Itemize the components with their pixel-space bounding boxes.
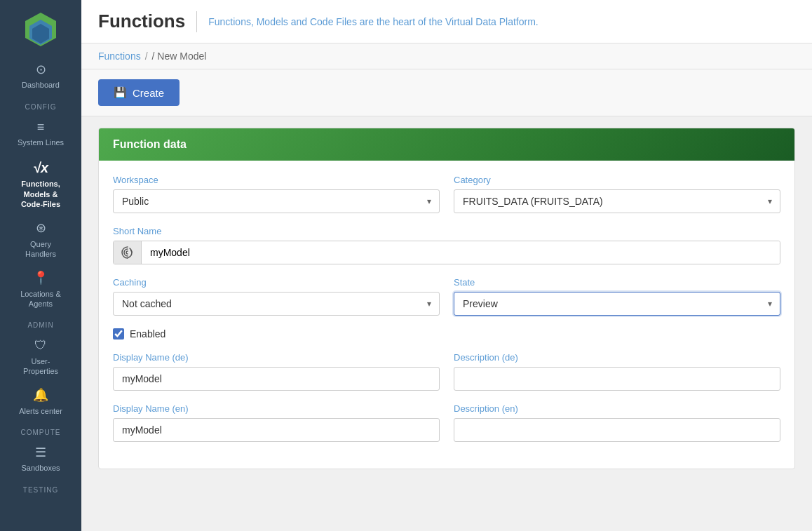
content-area: Functions / / New Model 💾 Create Functio… [81, 43, 812, 531]
sidebar-item-system-lines[interactable]: ≡ System Lines [0, 114, 81, 154]
short-name-row: Short Name [113, 226, 780, 264]
sidebar-section-config: CONFIG [0, 103, 81, 111]
system-lines-icon: ≡ [37, 119, 45, 135]
user-properties-icon: 🛡 [34, 337, 47, 354]
description-de-group: Description (de) [454, 352, 780, 391]
sidebar-item-functions-label: Functions, Models & Code-Files [21, 179, 60, 209]
form-card-header: Function data [99, 128, 794, 161]
main-content: Functions Functions, Models and Code Fil… [81, 0, 812, 531]
query-handlers-icon: ⊛ [36, 220, 46, 236]
form-body: Workspace Public Private Category [99, 161, 794, 469]
description-en-input[interactable] [454, 418, 780, 442]
page-title: Functions [98, 11, 185, 32]
short-name-wrapper [113, 241, 780, 264]
sidebar-item-user-properties-label: User- Properties [23, 356, 58, 377]
description-en-label: Description (en) [454, 403, 780, 414]
top-header: Functions Functions, Models and Code Fil… [81, 0, 812, 43]
caching-select-wrapper: Not cached Cached [113, 292, 440, 316]
sidebar-section-admin: ADMIN [0, 321, 81, 329]
display-name-de-group: Display Name (de) [113, 352, 440, 391]
sidebar-item-alerts-center-label: Alerts center [19, 406, 62, 416]
enabled-checkbox[interactable] [113, 328, 124, 340]
display-name-en-row: Display Name (en) Description (en) [113, 403, 780, 442]
logo [21, 0, 60, 56]
breadcrumb-functions-link[interactable]: Functions [98, 51, 141, 62]
display-name-en-input[interactable] [113, 418, 440, 442]
sidebar-item-sandboxes-label: Sandboxes [21, 463, 60, 473]
state-select-wrapper: Preview Active Deprecated [454, 292, 780, 316]
sidebar-item-query-handlers-label: Query Handlers [25, 239, 56, 260]
sidebar-item-locations-agents-label: Locations & Agents [20, 289, 60, 309]
create-button-label: Create [133, 87, 164, 99]
short-name-input[interactable] [142, 241, 780, 264]
caching-group: Caching Not cached Cached [113, 277, 440, 316]
sidebar-item-dashboard-label: Dashboard [22, 80, 60, 90]
header-description: Functions, Models and Code Files are the… [208, 16, 539, 27]
display-name-en-group: Display Name (en) [113, 403, 440, 442]
action-bar: 💾 Create [81, 69, 812, 116]
sidebar-item-user-properties[interactable]: 🛡 User- Properties [0, 332, 81, 382]
enabled-row: Enabled [113, 328, 780, 340]
save-icon: 💾 [114, 86, 127, 99]
workspace-group: Workspace Public Private [113, 175, 440, 213]
sandboxes-icon: ☰ [35, 445, 46, 461]
sidebar-section-testing: TESTING [0, 486, 81, 494]
description-de-input[interactable] [454, 367, 780, 391]
create-button[interactable]: 💾 Create [98, 79, 180, 106]
sidebar-item-dashboard[interactable]: ⊙ Dashboard [0, 56, 81, 96]
category-group: Category FRUITS_DATA (FRUITS_DATA) [454, 175, 780, 213]
workspace-select[interactable]: Public Private [113, 189, 440, 213]
workspace-label: Workspace [113, 175, 440, 185]
caching-label: Caching [113, 277, 440, 288]
enabled-label: Enabled [130, 328, 165, 340]
display-name-de-input[interactable] [113, 367, 440, 391]
form-card: Function data Workspace Public Private [98, 128, 795, 469]
breadcrumb: Functions / / New Model [81, 43, 812, 69]
state-label: State [454, 277, 780, 288]
category-select-wrapper: FRUITS_DATA (FRUITS_DATA) [454, 189, 780, 213]
functions-icon: √x [33, 159, 48, 177]
category-label: Category [454, 175, 780, 185]
sidebar: ⊙ Dashboard CONFIG ≡ System Lines √x Fun… [0, 0, 81, 531]
breadcrumb-current: / New Model [152, 51, 207, 62]
workspace-category-row: Workspace Public Private Category [113, 175, 780, 213]
alerts-center-icon: 🔔 [33, 387, 48, 403]
sidebar-item-sandboxes[interactable]: ☰ Sandboxes [0, 439, 81, 479]
display-name-de-row: Display Name (de) Description (de) [113, 352, 780, 391]
category-select[interactable]: FRUITS_DATA (FRUITS_DATA) [454, 189, 780, 213]
description-en-group: Description (en) [454, 403, 780, 442]
sidebar-section-compute: COMPUTE [0, 429, 81, 436]
display-name-en-label: Display Name (en) [113, 403, 440, 414]
sidebar-item-locations-agents[interactable]: 📍 Locations & Agents [0, 264, 81, 314]
display-name-de-label: Display Name (de) [113, 352, 440, 363]
short-name-label: Short Name [113, 226, 780, 236]
short-name-icon [114, 241, 142, 264]
sidebar-item-alerts-center[interactable]: 🔔 Alerts center [0, 382, 81, 422]
sidebar-item-system-lines-label: System Lines [18, 137, 64, 147]
description-de-label: Description (de) [454, 352, 780, 363]
header-divider [196, 11, 197, 32]
caching-select[interactable]: Not cached Cached [113, 292, 440, 316]
short-name-group: Short Name [113, 226, 780, 264]
state-group: State Preview Active Deprecated [454, 277, 780, 316]
state-select[interactable]: Preview Active Deprecated [454, 292, 780, 316]
dashboard-icon: ⊙ [36, 62, 46, 78]
locations-agents-icon: 📍 [33, 270, 48, 286]
workspace-select-wrapper: Public Private [113, 189, 440, 213]
sidebar-item-query-handlers[interactable]: ⊛ Query Handlers [0, 215, 81, 264]
caching-state-row: Caching Not cached Cached State Pr [113, 277, 780, 316]
form-section-title: Function data [113, 138, 187, 150]
sidebar-item-functions[interactable]: √x Functions, Models & Code-Files [0, 153, 81, 215]
breadcrumb-separator-1: / [145, 51, 148, 62]
